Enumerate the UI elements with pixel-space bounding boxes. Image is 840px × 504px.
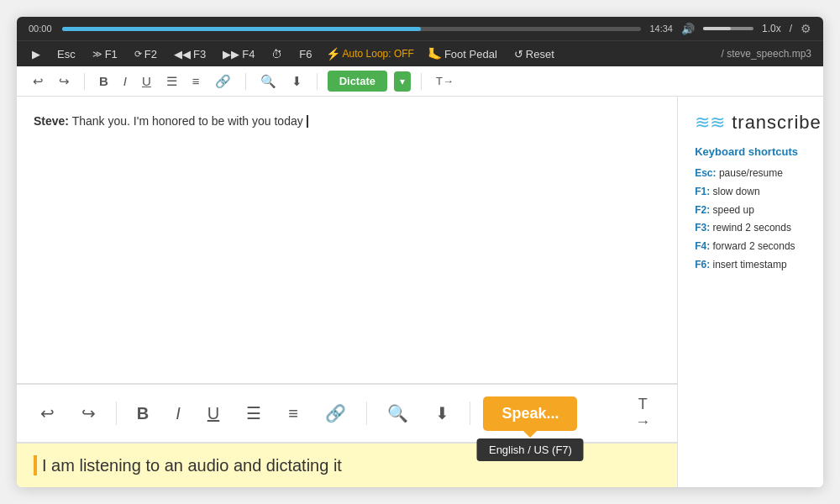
speak-button[interactable]: Speak... <box>483 396 577 431</box>
underline-button[interactable]: U <box>138 71 155 91</box>
timer-button[interactable]: ⏱ <box>268 46 286 62</box>
bottom-sep3 <box>470 402 470 425</box>
editor-content[interactable]: Steve: Thank you. I'm honored to be with… <box>17 97 677 383</box>
bottom-redo-button[interactable]: ↪ <box>75 399 102 428</box>
auto-loop-button[interactable]: ⚡ Auto Loop: OFF <box>326 47 414 60</box>
shortcut-f6: F6: insert timestamp <box>695 258 823 272</box>
bottom-download-button[interactable]: ⬇ <box>428 399 456 428</box>
bold-button[interactable]: B <box>95 71 113 91</box>
bottom-italic-button[interactable]: I <box>169 400 187 428</box>
bottom-toolbar: ↩ ↪ B I U ☰ ≡ 🔗 🔍 ⬇ Speak... <box>17 383 677 442</box>
file-name: / steve_speech.mp3 <box>722 48 811 60</box>
rew-f3-button[interactable]: ◀◀ F3 <box>171 46 209 62</box>
volume-icon: 🔊 <box>681 23 695 35</box>
timestamp-toolbar-button[interactable]: T→ <box>432 72 458 90</box>
shortcut-f2: F2: speed up <box>695 203 823 218</box>
speed-label: 1.0x <box>762 23 781 34</box>
bottom-link-button[interactable]: 🔗 <box>318 399 353 428</box>
progress-fill <box>62 27 421 31</box>
dictate-button[interactable]: Dictate <box>328 71 387 92</box>
shortcut-f4: F4: forward 2 seconds <box>695 239 823 254</box>
toolbar: ↩ ↪ B I U ☰ ≡ 🔗 🔍 ⬇ Dictate ▾ T→ <box>17 66 823 97</box>
italic-button[interactable]: I <box>119 71 131 91</box>
time-end: 14:34 <box>649 24 673 34</box>
text-cursor <box>307 115 308 128</box>
bottom-zoom-button[interactable]: 🔍 <box>381 399 415 428</box>
sidebar-panel: ≋≋ transcribe Keyboard shortcuts Esc: pa… <box>678 97 823 487</box>
controls-bar: ▶ Esc ≫ F1 ⟳ F2 ◀◀ F3 ▶▶ F4 ⏱ F6 ⚡ Auto … <box>17 40 823 66</box>
logo-text: transcribe <box>732 112 822 134</box>
sep3 <box>317 73 318 90</box>
redo-button[interactable]: ↪ <box>55 71 74 92</box>
sep4 <box>421 73 422 90</box>
shortcut-f1: F1: slow down <box>695 185 823 199</box>
f2-button[interactable]: ⟳ F2 <box>131 46 160 62</box>
reset-button[interactable]: ↺ Reset <box>511 46 558 62</box>
dictate-dropdown[interactable]: ▾ <box>394 71 411 92</box>
top-bar: 00:00 14:34 🔊 1.0x / ⚙ <box>17 17 823 40</box>
list-ul-button[interactable]: ☰ <box>162 71 181 92</box>
shortcut-f3: F3: rewind 2 seconds <box>695 221 823 235</box>
main-area: Steve: Thank you. I'm honored to be with… <box>17 97 823 487</box>
logo-waves-icon: ≋≋ <box>695 112 725 134</box>
foot-pedal-button[interactable]: 🦶 Foot Pedal <box>424 45 501 62</box>
english-us-tooltip: English / US (F7) <box>477 438 584 461</box>
bottom-sep1 <box>116 402 117 425</box>
bottom-sep2 <box>366 402 367 425</box>
bottom-undo-button[interactable]: ↩ <box>34 399 61 428</box>
dictation-text: I am listening to an audio and dictating… <box>42 456 342 475</box>
speak-btn-wrapper: Speak... English / US (F7) <box>483 396 577 431</box>
sep2 <box>245 73 246 90</box>
bottom-underline-button[interactable]: U <box>201 400 226 428</box>
f6-button[interactable]: F6 <box>296 46 315 62</box>
undo-button[interactable]: ↩ <box>29 71 48 92</box>
zoom-button[interactable]: 🔍 <box>256 71 281 92</box>
f1-button[interactable]: ≫ F1 <box>89 46 121 62</box>
esc-button[interactable]: Esc <box>54 46 79 62</box>
play-button[interactable]: ▶ <box>29 46 44 62</box>
bottom-list-ul-button[interactable]: ☰ <box>239 399 268 428</box>
dictation-cursor <box>34 455 37 475</box>
transcribe-logo: ≋≋ transcribe <box>695 112 823 134</box>
shortcuts-list: Esc: pause/resume F1: slow down F2: spee… <box>695 166 823 272</box>
bottom-bold-button[interactable]: B <box>130 400 155 428</box>
download-button[interactable]: ⬇ <box>287 71 307 92</box>
list-ol-button[interactable]: ≡ <box>188 71 204 91</box>
shortcut-esc: Esc: pause/resume <box>695 166 823 181</box>
editor-text: Thank you. I'm honored to be with you to… <box>72 114 303 128</box>
app-container: 00:00 14:34 🔊 1.0x / ⚙ ▶ Esc ≫ F1 ⟳ F2 ◀… <box>17 17 823 487</box>
shortcuts-title: Keyboard shortcuts <box>695 145 823 158</box>
volume-fill <box>703 27 731 30</box>
fwd-f4-button[interactable]: ▶▶ F4 <box>219 46 258 62</box>
speed-separator: / <box>790 23 792 34</box>
settings-icon[interactable]: ⚙ <box>801 22 811 35</box>
speaker-label: Steve: <box>34 114 69 128</box>
link-button[interactable]: 🔗 <box>211 71 235 92</box>
volume-bar[interactable] <box>703 27 753 30</box>
bottom-list-ol-button[interactable]: ≡ <box>281 400 305 428</box>
editor-panel: Steve: Thank you. I'm honored to be with… <box>17 97 678 487</box>
bottom-timestamp-button[interactable]: T → <box>625 391 660 435</box>
sep1 <box>84 73 85 90</box>
time-start: 00:00 <box>29 24 54 34</box>
progress-bar[interactable] <box>62 27 641 31</box>
